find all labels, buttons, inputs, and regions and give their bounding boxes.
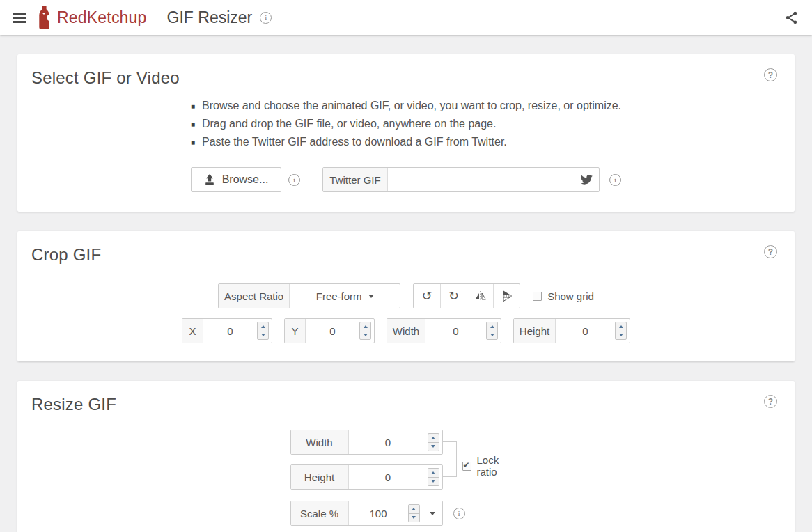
flip-horizontal-button[interactable]: [467, 284, 493, 308]
select-help-icon[interactable]: ?: [764, 68, 777, 81]
lock-ratio-control: Lock ratio: [462, 454, 522, 478]
show-grid-label: Show grid: [547, 290, 594, 302]
crop-height-spinner[interactable]: [615, 322, 627, 340]
lock-ratio-bracket: [443, 441, 457, 477]
browse-button-label: Browse...: [222, 173, 269, 186]
crop-height-group: Height: [513, 318, 630, 343]
lock-ratio-label: Lock ratio: [477, 454, 522, 478]
aspect-ratio-select[interactable]: Free-form: [290, 284, 400, 308]
scale-group: Scale %: [290, 501, 443, 526]
flip-vertical-icon: [501, 290, 513, 302]
spinner-down-icon[interactable]: [487, 331, 497, 340]
card-resize-gif: Resize GIF ? Width Height Lock ratio Sca…: [17, 381, 795, 532]
select-heading: Select GIF or Video: [17, 54, 795, 88]
resize-help-icon[interactable]: ?: [764, 395, 777, 408]
resize-height-group: Height: [290, 464, 443, 490]
rotate-right-icon: ↻: [448, 288, 459, 304]
show-grid-control: Show grid: [533, 290, 594, 302]
browse-button[interactable]: Browse...: [191, 167, 281, 192]
instruction-item: Drag and drop the GIF file, or video, an…: [191, 115, 621, 133]
show-grid-checkbox[interactable]: [533, 292, 542, 301]
resize-height-input[interactable]: [349, 465, 428, 489]
lock-ratio-checkbox[interactable]: [462, 462, 471, 471]
crop-help-icon[interactable]: ?: [764, 245, 777, 258]
crop-width-input[interactable]: [425, 319, 486, 343]
scale-label: Scale %: [291, 501, 349, 525]
crop-height-input[interactable]: [556, 319, 615, 343]
resize-width-input[interactable]: [349, 430, 428, 454]
instruction-list: Browse and choose the animated GIF, or v…: [191, 97, 621, 151]
ketchup-bottle-icon: [36, 6, 52, 30]
scale-input[interactable]: [349, 501, 408, 525]
title-info-icon[interactable]: i: [260, 12, 272, 24]
spinner-up-icon[interactable]: [258, 322, 268, 331]
scale-info-icon[interactable]: i: [453, 508, 465, 519]
spinner-down-icon[interactable]: [360, 331, 370, 340]
share-icon[interactable]: [782, 8, 801, 27]
spinner-down-icon[interactable]: [258, 331, 268, 340]
chevron-down-icon: [430, 512, 435, 515]
twitter-info-icon[interactable]: i: [609, 174, 621, 186]
twitter-gif-label: Twitter GIF: [323, 168, 388, 191]
spinner-down-icon[interactable]: [428, 478, 439, 486]
crop-y-group: Y: [284, 318, 375, 343]
crop-height-label: Height: [514, 319, 556, 343]
rotate-left-icon: ↺: [422, 288, 432, 304]
browse-info-icon[interactable]: i: [288, 174, 300, 186]
crop-width-group: Width: [387, 318, 501, 343]
aspect-ratio-label: Aspect Ratio: [219, 284, 290, 308]
twitter-gif-input[interactable]: [388, 168, 599, 191]
rotate-right-button[interactable]: ↻: [440, 284, 467, 308]
spinner-down-icon[interactable]: [616, 331, 626, 340]
scale-spinner[interactable]: [408, 504, 420, 522]
instruction-item: Paste the Twitter GIF address to downloa…: [191, 133, 621, 151]
chevron-down-icon: [368, 295, 374, 298]
resize-width-label: Width: [291, 430, 349, 454]
app-header: RedKetchup GIF Resizer i: [0, 0, 812, 35]
scale-dropdown-button[interactable]: [423, 501, 442, 525]
resize-height-label: Height: [291, 465, 349, 489]
spinner-up-icon[interactable]: [428, 469, 439, 478]
resize-width-spinner[interactable]: [428, 433, 439, 451]
rotate-left-button[interactable]: ↺: [414, 284, 440, 308]
instruction-item: Browse and choose the animated GIF, or v…: [191, 97, 621, 115]
card-select-gif: Select GIF or Video ? Browse and choose …: [17, 54, 795, 212]
crop-y-label: Y: [285, 319, 306, 343]
crop-y-input[interactable]: [306, 319, 359, 343]
crop-heading: Crop GIF: [17, 231, 795, 265]
resize-heading: Resize GIF: [17, 381, 795, 414]
crop-toolbar: ↺ ↻: [413, 283, 520, 308]
crop-x-label: X: [182, 319, 203, 343]
upload-icon: [204, 174, 215, 185]
crop-width-spinner[interactable]: [486, 322, 498, 340]
card-crop-gif: Crop GIF ? Aspect Ratio Free-form ↺ ↻: [17, 231, 795, 361]
spinner-up-icon[interactable]: [428, 434, 439, 443]
spinner-up-icon[interactable]: [616, 322, 626, 331]
aspect-ratio-group: Aspect Ratio Free-form: [218, 283, 400, 308]
spinner-down-icon[interactable]: [428, 443, 439, 451]
brand-logo[interactable]: RedKetchup: [36, 6, 147, 30]
flip-vertical-button[interactable]: [493, 284, 520, 308]
crop-y-spinner[interactable]: [359, 322, 371, 340]
crop-x-group: X: [182, 318, 272, 343]
crop-x-spinner[interactable]: [257, 322, 269, 340]
hamburger-menu-icon[interactable]: [13, 13, 26, 23]
brand-name: RedKetchup: [57, 8, 147, 27]
spinner-up-icon[interactable]: [360, 322, 370, 331]
page-title: GIF Resizer: [167, 8, 253, 27]
resize-height-spinner[interactable]: [428, 468, 439, 486]
twitter-icon: [581, 175, 593, 185]
resize-width-group: Width: [290, 430, 443, 455]
twitter-gif-group: Twitter GIF: [322, 167, 600, 192]
spinner-up-icon[interactable]: [487, 322, 497, 331]
crop-x-input[interactable]: [203, 319, 257, 343]
spinner-down-icon[interactable]: [409, 514, 419, 522]
aspect-ratio-value: Free-form: [316, 290, 362, 302]
flip-horizontal-icon: [474, 290, 487, 302]
crop-width-label: Width: [387, 319, 425, 343]
spinner-up-icon[interactable]: [409, 505, 419, 514]
header-divider: [157, 8, 157, 27]
